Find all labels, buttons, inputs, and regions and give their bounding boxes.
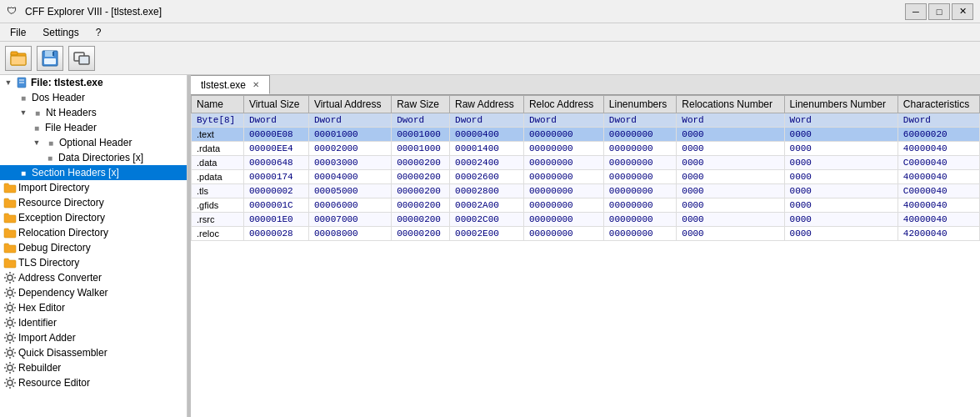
- menu-help[interactable]: ?: [89, 25, 108, 40]
- cell-value: 00002C00: [450, 213, 524, 227]
- toolbar-open-button[interactable]: [5, 46, 32, 71]
- tree-item-file-root[interactable]: ▼ File: tlstest.exe: [0, 75, 187, 90]
- tree-label-relocation-directory: Relocation Directory: [18, 227, 108, 239]
- cell-value: 00000000: [523, 227, 603, 241]
- type-cell: Byte[8]: [192, 113, 244, 128]
- cell-value: 0000: [677, 170, 784, 184]
- toolbar-save-button[interactable]: [37, 46, 63, 71]
- tree-item-import-adder[interactable]: Import Adder: [0, 330, 187, 345]
- cell-value: 00000000: [523, 184, 603, 198]
- cell-value: 00000400: [450, 128, 524, 142]
- maximize-button[interactable]: □: [928, 3, 950, 20]
- tree-item-hex-editor[interactable]: Hex Editor: [0, 300, 187, 315]
- tree-item-section-headers[interactable]: ■ Section Headers [x]: [0, 165, 187, 180]
- cell-section-name: .pdata: [192, 170, 244, 184]
- tree-item-nt-headers[interactable]: ▼ ■ Nt Headers: [0, 105, 187, 120]
- tree-item-dos-header[interactable]: ■ Dos Header: [0, 90, 187, 105]
- cell-value: 00000000: [523, 213, 603, 227]
- col-virtual-address: Virtual Address: [308, 96, 391, 113]
- cell-value: 00002400: [450, 156, 524, 170]
- toolbar-window-button[interactable]: [68, 46, 95, 71]
- cell-value: 00000000: [603, 184, 676, 198]
- tab-bar: tlstest.exe ✕: [191, 75, 980, 95]
- cell-value: 00000200: [392, 198, 450, 213]
- tree-item-debug-directory[interactable]: Debug Directory: [0, 240, 187, 255]
- table-row[interactable]: .rsrc000001E0000070000000020000002C00000…: [192, 213, 980, 227]
- tree-item-resource-directory[interactable]: Resource Directory: [0, 195, 187, 210]
- tab-tlstest[interactable]: tlstest.exe ✕: [191, 75, 270, 94]
- cell-value: 0000: [677, 128, 784, 142]
- type-cell: Word: [784, 113, 898, 128]
- tool-icon: [3, 316, 17, 329]
- data-grid[interactable]: Name Virtual Size Virtual Address Raw Si…: [191, 95, 980, 417]
- tree-item-data-directories[interactable]: ■ Data Directories [x]: [0, 150, 187, 165]
- item-icon: ■: [17, 91, 30, 104]
- table-row[interactable]: .rdata00000EE400002000000010000000140000…: [192, 142, 980, 156]
- cell-value: 40000040: [898, 198, 979, 213]
- right-panel: tlstest.exe ✕ Name Virtual Size Virtual …: [191, 75, 980, 417]
- cell-value: 00002800: [450, 184, 524, 198]
- svg-rect-8: [79, 56, 89, 64]
- minimize-button[interactable]: ─: [905, 3, 927, 20]
- cell-value: 00002E00: [450, 227, 524, 241]
- tree-label-import-adder: Import Adder: [18, 332, 76, 344]
- tab-close-button[interactable]: ✕: [252, 80, 259, 89]
- table-row[interactable]: .gfids0000001C000060000000020000002A0000…: [192, 198, 980, 213]
- tree-item-exception-directory[interactable]: Exception Directory: [0, 210, 187, 225]
- tree-label-debug-directory: Debug Directory: [18, 242, 91, 254]
- cell-section-name: .tls: [192, 184, 244, 198]
- table-row[interactable]: .reloc00000028000080000000020000002E0000…: [192, 227, 980, 241]
- tree-item-resource-editor[interactable]: Resource Editor: [0, 375, 187, 390]
- svg-rect-4: [45, 51, 53, 57]
- tree-item-dependency-walker[interactable]: Dependency Walker: [0, 285, 187, 300]
- tree-label-exception-directory: Exception Directory: [18, 212, 105, 224]
- tree-item-address-converter[interactable]: Address Converter: [0, 270, 187, 285]
- file-icon: [16, 76, 29, 89]
- svg-point-19: [8, 380, 12, 385]
- tree-item-relocation-directory[interactable]: Relocation Directory: [0, 225, 187, 240]
- cell-value: 0000001C: [243, 198, 308, 213]
- cell-value: 00006000: [308, 198, 391, 213]
- col-raw-size: Raw Size: [392, 96, 450, 113]
- cell-value: 00008000: [308, 227, 391, 241]
- table-row[interactable]: .pdata0000017400004000000002000000260000…: [192, 170, 980, 184]
- tree-item-tls-directory[interactable]: TLS Directory: [0, 255, 187, 270]
- tree-item-rebuilder[interactable]: Rebuilder: [0, 360, 187, 375]
- cell-value: 0000: [784, 227, 898, 241]
- cell-value: 00000200: [392, 227, 450, 241]
- save-icon: [41, 49, 59, 68]
- close-button[interactable]: ✕: [952, 3, 973, 20]
- tree-label-resource-editor: Resource Editor: [18, 377, 90, 389]
- tree-item-quick-disassembler[interactable]: Quick Disassembler: [0, 345, 187, 360]
- tree-item-import-directory[interactable]: Import Directory: [0, 180, 187, 195]
- title-bar-left: 🛡 CFF Explorer VIII - [tlstest.exe]: [7, 5, 162, 18]
- cell-value: 00000EE4: [243, 142, 308, 156]
- col-relocations-number: Relocations Number: [677, 96, 784, 113]
- tree-item-optional-header[interactable]: ▼ ■ Optional Header: [0, 135, 187, 150]
- cell-value: 40000040: [898, 170, 979, 184]
- expand-icon: ▼: [2, 76, 15, 89]
- tree-label-rebuilder: Rebuilder: [18, 362, 61, 374]
- tree-label-section-headers: Section Headers [x]: [32, 167, 119, 178]
- tree-item-file-header[interactable]: ■ File Header: [0, 120, 187, 135]
- svg-rect-6: [52, 52, 54, 56]
- cell-section-name: .data: [192, 156, 244, 170]
- table-row[interactable]: .text00000E08000010000000100000000400000…: [192, 128, 980, 142]
- expand-icon: ▼: [30, 136, 43, 149]
- folder-icon: [3, 256, 17, 269]
- menu-file[interactable]: File: [3, 25, 32, 40]
- table-row[interactable]: .data00000648000030000000020000002400000…: [192, 156, 980, 170]
- col-linenumbers-number: Linenumbers Number: [784, 96, 898, 113]
- tree-item-identifier[interactable]: Identifier: [0, 315, 187, 330]
- table-row[interactable]: .tls000000020000500000000200000028000000…: [192, 184, 980, 198]
- cell-value: 00000000: [603, 156, 676, 170]
- cell-value: 00001000: [392, 142, 450, 156]
- type-cell: Dword: [603, 113, 676, 128]
- table-header-row: Name Virtual Size Virtual Address Raw Si…: [192, 96, 980, 113]
- tree-label-identifier: Identifier: [18, 317, 57, 329]
- menu-settings[interactable]: Settings: [36, 25, 85, 40]
- svg-rect-5: [44, 58, 56, 64]
- cell-value: 00002600: [450, 170, 524, 184]
- cell-section-name: .reloc: [192, 227, 244, 241]
- cell-value: 00000200: [392, 213, 450, 227]
